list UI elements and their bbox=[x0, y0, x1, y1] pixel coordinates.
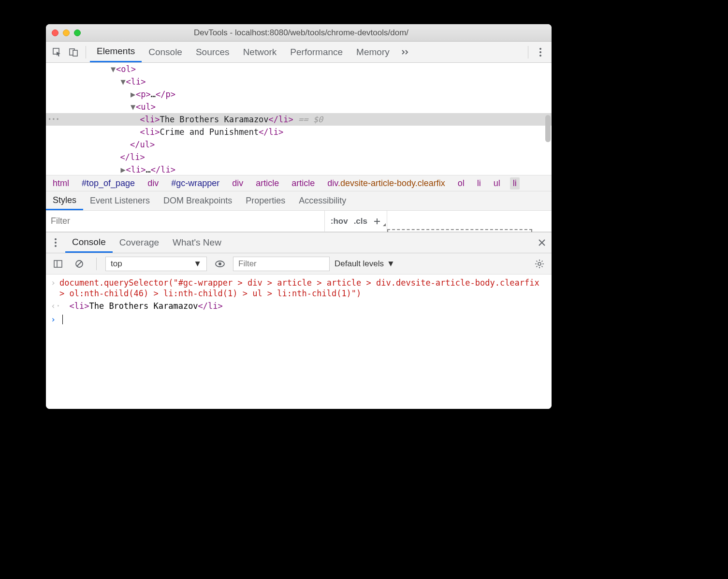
cls-toggle[interactable]: .cls bbox=[354, 217, 367, 226]
svg-point-14 bbox=[218, 262, 221, 265]
tag-ul-open[interactable]: <ul> bbox=[136, 102, 156, 112]
svg-point-4 bbox=[539, 51, 541, 53]
disclosure-triangle-icon[interactable]: ▼ bbox=[120, 75, 126, 88]
console-settings-gear-icon[interactable] bbox=[531, 256, 548, 272]
console-filter-input[interactable] bbox=[233, 257, 330, 271]
crumb-article[interactable]: article bbox=[253, 177, 282, 189]
tag-li-close: </li> bbox=[269, 115, 293, 124]
crumb-top-of-page[interactable]: #top_of_page bbox=[79, 177, 138, 189]
tag-li-open[interactable]: <li> bbox=[126, 165, 146, 174]
tab-network[interactable]: Network bbox=[236, 42, 284, 62]
tag-p-open[interactable]: <p> bbox=[136, 89, 151, 99]
subtab-properties[interactable]: Properties bbox=[239, 191, 292, 210]
subtab-accessibility[interactable]: Accessibility bbox=[292, 191, 353, 210]
console-result: <li>The Brothers Karamazov</li> bbox=[59, 301, 547, 311]
console-output[interactable]: › document.querySelector("#gc-wrapper > … bbox=[46, 275, 552, 409]
separator bbox=[528, 46, 528, 58]
log-levels-select[interactable]: Default levels ▼ bbox=[335, 259, 395, 269]
drawer-tab-coverage[interactable]: Coverage bbox=[113, 232, 166, 253]
disclosure-triangle-icon[interactable]: ▼ bbox=[130, 101, 136, 113]
svg-point-5 bbox=[539, 55, 541, 57]
dom-node[interactable]: <li>Crime and Punishment</li> bbox=[46, 126, 552, 138]
subtab-dom-breakpoints[interactable]: DOM Breakpoints bbox=[157, 191, 239, 210]
console-output-line[interactable]: ‹· <li>The Brothers Karamazov</li> bbox=[46, 300, 552, 312]
device-toggle-icon[interactable] bbox=[65, 44, 82, 60]
crumb-div-devsite[interactable]: div.devsite-article-body.clearfix bbox=[324, 177, 448, 189]
hov-toggle[interactable]: :hov bbox=[331, 217, 348, 226]
svg-point-15 bbox=[538, 262, 541, 265]
crumb-ol[interactable]: ol bbox=[455, 177, 467, 189]
dom-tree[interactable]: ▼<ol> ▼<li> ▶<p>…</p> ▼<ul> <li>The Brot… bbox=[46, 63, 552, 175]
clear-console-icon[interactable] bbox=[71, 256, 87, 272]
subtab-event-listeners[interactable]: Event Listeners bbox=[83, 191, 157, 210]
ellipsis: … bbox=[151, 89, 156, 99]
scrollbar-thumb[interactable] bbox=[545, 115, 551, 142]
console-sidebar-toggle-icon[interactable] bbox=[50, 256, 66, 272]
tab-elements[interactable]: Elements bbox=[90, 42, 142, 62]
svg-point-8 bbox=[55, 245, 57, 247]
titlebar: DevTools - localhost:8080/web/tools/chro… bbox=[46, 24, 552, 42]
disclosure-triangle-icon[interactable]: ▼ bbox=[110, 63, 116, 75]
indent bbox=[46, 77, 120, 87]
tag-ul-close[interactable]: </ul> bbox=[130, 140, 155, 149]
devtools-window: DevTools - localhost:8080/web/tools/chro… bbox=[46, 24, 552, 409]
chevron-down-icon: ▼ bbox=[193, 259, 202, 269]
indent bbox=[46, 152, 120, 162]
separator bbox=[86, 46, 86, 58]
styles-filter-input[interactable] bbox=[46, 211, 325, 232]
svg-point-7 bbox=[55, 242, 57, 244]
drawer-tabs: Console Coverage What's New bbox=[46, 232, 552, 253]
more-tabs-chevron-icon[interactable] bbox=[396, 42, 415, 62]
tag-li-open: <li> bbox=[69, 301, 89, 311]
tab-memory[interactable]: Memory bbox=[349, 42, 396, 62]
crumb-ul[interactable]: ul bbox=[491, 177, 503, 189]
svg-line-12 bbox=[77, 261, 82, 266]
drawer-kebab-icon[interactable] bbox=[46, 232, 65, 253]
crumb-html[interactable]: html bbox=[50, 177, 72, 189]
tag-p-close[interactable]: </p> bbox=[156, 89, 175, 99]
main-tabs: Elements Console Sources Network Perform… bbox=[90, 42, 524, 62]
drawer-tab-console[interactable]: Console bbox=[65, 232, 113, 253]
indent bbox=[46, 89, 130, 99]
context-value: top bbox=[111, 259, 122, 269]
disclosure-triangle-icon[interactable]: ▶ bbox=[130, 88, 136, 101]
indent bbox=[46, 102, 130, 112]
crumb-li[interactable]: li bbox=[474, 177, 484, 189]
inspect-element-icon[interactable] bbox=[49, 44, 65, 60]
console-toolbar: top ▼ Default levels ▼ bbox=[46, 253, 552, 275]
console-command: document.querySelector("#gc-wrapper > di… bbox=[59, 277, 547, 299]
tab-performance[interactable]: Performance bbox=[283, 42, 349, 62]
crumb-article[interactable]: article bbox=[289, 177, 318, 189]
styles-toolbar: :hov .cls bbox=[46, 211, 552, 232]
tag-li-close: </li> bbox=[198, 301, 223, 311]
subtab-styles[interactable]: Styles bbox=[46, 191, 83, 210]
crumb-div[interactable]: div bbox=[229, 177, 246, 189]
input-chevron-icon: › bbox=[51, 277, 59, 299]
tag-li-close[interactable]: </li> bbox=[151, 165, 175, 174]
separator bbox=[96, 258, 97, 270]
execution-context-select[interactable]: top ▼ bbox=[105, 257, 207, 271]
crumb-gc-wrapper[interactable]: #gc-wrapper bbox=[168, 177, 222, 189]
close-drawer-icon[interactable] bbox=[532, 232, 552, 253]
levels-label: Default levels bbox=[335, 259, 384, 269]
console-prompt[interactable]: › bbox=[46, 312, 552, 327]
crumb-div[interactable]: div bbox=[145, 177, 161, 189]
tag-ol-open[interactable]: <ol> bbox=[116, 64, 136, 74]
tab-console[interactable]: Console bbox=[142, 42, 189, 62]
svg-point-3 bbox=[539, 48, 541, 50]
tag-li-close[interactable]: </li> bbox=[120, 152, 145, 162]
svg-rect-2 bbox=[73, 50, 77, 56]
selected-dom-node[interactable]: <li>The Brothers Karamazov</li> == $0 bbox=[46, 113, 552, 126]
drawer-tab-whats-new[interactable]: What's New bbox=[166, 232, 228, 253]
window-title: DevTools - localhost:8080/web/tools/chro… bbox=[57, 28, 546, 38]
disclosure-triangle-icon[interactable]: ▶ bbox=[120, 163, 126, 175]
elements-subtabs: Styles Event Listeners DOM Breakpoints P… bbox=[46, 191, 552, 211]
dom-breadcrumb: html #top_of_page div #gc-wrapper div ar… bbox=[46, 175, 552, 191]
live-expression-icon[interactable] bbox=[212, 256, 228, 272]
crumb-li-selected[interactable]: li bbox=[510, 177, 520, 189]
tag-li-open[interactable]: <li> bbox=[126, 77, 146, 87]
settings-kebab-icon[interactable] bbox=[532, 47, 549, 57]
text-node: The Brothers Karamazov bbox=[89, 301, 198, 311]
tab-sources[interactable]: Sources bbox=[189, 42, 236, 62]
new-style-rule-button[interactable] bbox=[373, 217, 381, 225]
